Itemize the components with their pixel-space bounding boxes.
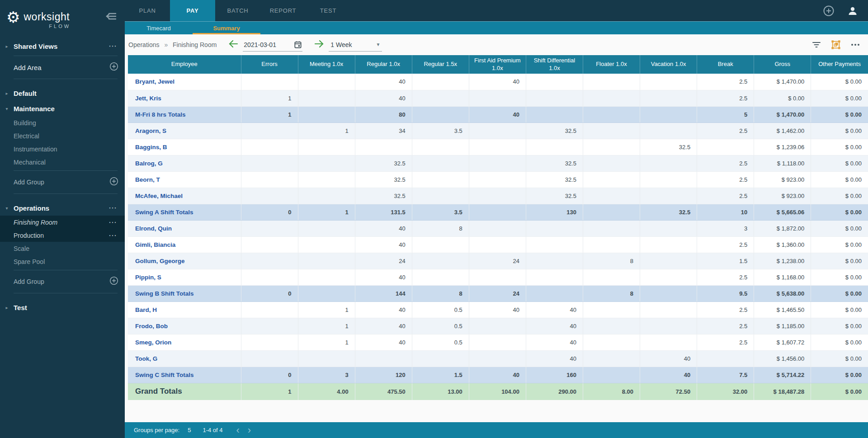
filter-icon[interactable] [812, 41, 821, 48]
column-header-vacation-1-0x[interactable]: Vacation 1.0x [640, 55, 697, 74]
more-options-icon[interactable]: ⋯ [108, 203, 118, 213]
column-header-employee[interactable]: Employee [128, 55, 241, 74]
employee-name-link[interactable]: Pippin, S [128, 269, 241, 285]
employee-name-link[interactable]: Balrog, G [128, 155, 241, 171]
employee-name-link[interactable]: Aragorn, S [128, 122, 241, 139]
table-row-employee-balrog-g: Balrog, G32.532.52.5$ 1,118.00$ 0.00 [128, 155, 868, 171]
table-cell: 40 [355, 90, 412, 106]
chevron-right-icon: ▸ [0, 305, 14, 310]
table-cell: 8 [583, 253, 640, 269]
column-header-first-aid-premium-1-0x[interactable]: First Aid Premium 1.0x [469, 55, 526, 74]
employee-name-link[interactable]: Elrond, Quin [128, 220, 241, 236]
table-cell [412, 236, 469, 253]
nav-tab-pay[interactable]: PAY [170, 0, 215, 21]
table-cell: $ 0.00 [811, 269, 868, 285]
employee-name-link[interactable]: Gollum, Ggeorge [128, 253, 241, 269]
sidebar-section-operations[interactable]: ▾Operations⋯ [0, 200, 125, 216]
table-cell: 32.5 [355, 171, 412, 188]
employee-name-link[interactable]: Jett, Kris [128, 90, 241, 106]
employee-name-link[interactable]: Beorn, T [128, 171, 241, 188]
account-icon[interactable] [847, 5, 858, 16]
add-icon[interactable] [109, 276, 118, 287]
table-cell: $ 0.00 [811, 204, 868, 220]
column-header-other-payments[interactable]: Other Payments [811, 55, 868, 74]
sidebar-divider [14, 270, 118, 270]
column-header-break[interactable]: Break [697, 55, 754, 74]
collapse-sidebar-icon[interactable] [105, 11, 117, 23]
nav-tab-test[interactable]: TEST [306, 0, 351, 21]
tab-timecard[interactable]: Timecard [125, 22, 193, 34]
add-icon[interactable] [109, 177, 118, 188]
sidebar-section-operations-label: Operations [14, 204, 49, 212]
more-options-icon[interactable]: ⋯ [108, 41, 118, 51]
column-header-errors[interactable]: Errors [241, 55, 298, 74]
batch-frame-icon[interactable] [831, 40, 841, 50]
page-size-select[interactable]: 5 [188, 427, 191, 433]
period-select[interactable]: 1 Week ▼ [329, 38, 382, 52]
chevron-left-icon[interactable]: ‹ [236, 425, 240, 435]
add-group-button-operations[interactable]: Add Group [0, 272, 125, 291]
add-circle-icon[interactable] [823, 5, 835, 17]
column-header-floater-1-0x[interactable]: Floater 1.0x [583, 55, 640, 74]
sidebar-item-building[interactable]: Building [0, 116, 125, 129]
sidebar-item-production[interactable]: Production⋯ [0, 229, 125, 242]
chevron-right-icon[interactable]: › [248, 425, 251, 435]
employee-name-link[interactable]: Smeg, Orion [128, 334, 241, 350]
tab-summary[interactable]: Summary [193, 22, 260, 34]
add-area-button[interactable]: Add Area [0, 58, 125, 77]
sidebar-item-electrical[interactable]: Electrical [0, 129, 125, 142]
nav-tab-batch[interactable]: BATCH [215, 0, 260, 21]
nav-tab-plan[interactable]: PLAN [125, 0, 170, 21]
sidebar-section-default[interactable]: ▸Default [0, 85, 125, 101]
sidebar-item-finishing-room[interactable]: Finishing Room⋯ [0, 216, 125, 229]
sidebar-item-scale[interactable]: Scale [0, 242, 125, 255]
table-cell: 34 [355, 122, 412, 139]
date-field[interactable]: 2021-03-01 [243, 38, 302, 52]
column-header-gross[interactable]: Gross [754, 55, 811, 74]
more-options-icon[interactable]: ⋯ [108, 217, 118, 227]
table-row-employee-bryant-jewel: Bryant, Jewel40402.5$ 1,470.00$ 0.00 [128, 74, 868, 90]
table-cell: 104.00 [469, 383, 526, 400]
employee-name-link[interactable]: Bryant, Jewel [128, 74, 241, 90]
more-options-icon[interactable]: ⋯ [108, 231, 118, 240]
table-cell: 1 [298, 301, 355, 318]
more-options-icon[interactable] [851, 43, 860, 46]
sidebar-item-spare-pool[interactable]: Spare Pool [0, 255, 125, 268]
sidebar-item-mechanical[interactable]: Mechanical [0, 155, 125, 169]
employee-name-link[interactable]: Gimli, Biancia [128, 236, 241, 253]
sidebar-section-maintenance-label: Maintenance [14, 105, 55, 113]
table-cell [241, 318, 298, 334]
employee-name-link[interactable]: Took, G [128, 350, 241, 367]
nav-tab-report[interactable]: REPORT [260, 0, 306, 21]
primary-nav-tabs: PLANPAYBATCHREPORTTEST [125, 0, 351, 21]
table-cell [469, 269, 526, 285]
table-cell: $ 1,360.00 [754, 236, 811, 253]
employee-name-link[interactable]: Baggins, B [128, 139, 241, 155]
table-cell [583, 318, 640, 334]
employee-name-link[interactable]: Bard, H [128, 301, 241, 318]
column-header-regular-1-5x[interactable]: Regular 1.5x [412, 55, 469, 74]
table-cell [298, 155, 355, 171]
calendar-icon[interactable] [293, 40, 302, 49]
table-cell: $ 923.00 [754, 188, 811, 204]
previous-period-icon[interactable] [228, 40, 238, 50]
employee-name-link[interactable]: Frodo, Bob [128, 318, 241, 334]
chevron-down-icon: ▾ [0, 106, 14, 111]
column-header-meeting-1-0x[interactable]: Meeting 1.0x [298, 55, 355, 74]
add-icon[interactable] [109, 62, 118, 73]
table-row-grand-totals: Grand Totals14.00475.5013.00104.00290.00… [128, 383, 868, 400]
sidebar-section-maintenance[interactable]: ▾Maintenance [0, 101, 125, 116]
column-header-shift-differential-1-0x[interactable]: Shift Differential 1.0x [526, 55, 583, 74]
sidebar-section-test[interactable]: ▸Test [0, 300, 125, 315]
pay-summary-table: EmployeeErrorsMeeting 1.0xRegular 1.0xRe… [128, 55, 868, 400]
column-header-regular-1-0x[interactable]: Regular 1.0x [355, 55, 412, 74]
employee-name-link[interactable]: McAfee, Michael [128, 188, 241, 204]
table-cell: $ 5,665.06 [754, 204, 811, 220]
sidebar-item-instrumentation[interactable]: Instrumentation [0, 142, 125, 155]
sidebar-item-shared-views[interactable]: ▸Shared Views⋯ [0, 38, 125, 54]
add-group-button-maintenance[interactable]: Add Group [0, 173, 125, 192]
sidebar-item-mechanical-label: Mechanical [14, 159, 46, 166]
next-period-icon[interactable] [314, 40, 324, 50]
breadcrumb-area[interactable]: Operations [128, 41, 159, 48]
table-cell [526, 106, 583, 122]
